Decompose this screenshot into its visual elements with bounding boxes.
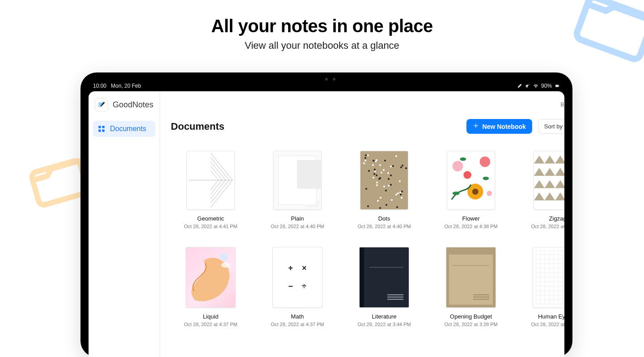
pen-icon: [517, 83, 522, 89]
new-notebook-button[interactable]: New Notebook: [466, 119, 532, 134]
notebook-cover: [360, 151, 408, 210]
math-plus-icon: +: [288, 264, 293, 273]
statusbar-date: Mon, 20 Feb: [111, 83, 141, 89]
status-bar: 10:00 Mon, 20 Feb 90%: [89, 81, 564, 91]
notebook-date: Oct 28, 2022 at 4:38 PM: [444, 224, 497, 229]
svg-rect-5: [98, 126, 101, 128]
brand: GoodNotes: [89, 91, 160, 118]
notebook-title: Math: [291, 313, 304, 320]
notebooks-grid: Geometric Oct 28, 2022 at 4:41 PM Plain …: [171, 151, 564, 327]
app-logo-icon: [95, 98, 108, 111]
notebook-title: Literature: [372, 313, 397, 320]
math-divide-icon: ÷: [302, 282, 307, 291]
notebook-date: Oct 28, 2022 at 4:37 PM: [184, 322, 237, 327]
notebook-cover: [534, 151, 564, 210]
hero-title: All your notes in one place: [0, 16, 644, 36]
notebook-cover: [533, 247, 564, 308]
svg-point-15: [453, 191, 460, 195]
svg-rect-8: [102, 130, 105, 132]
battery-icon: [555, 83, 560, 89]
notebook-cover: + × − ÷: [272, 247, 322, 308]
svg-point-18: [487, 191, 492, 196]
svg-point-16: [483, 177, 489, 180]
notebook-cover: [446, 247, 496, 308]
notebook-card[interactable]: Geometric Oct 28, 2022 at 4:41 PM: [177, 151, 244, 229]
notebook-date: Oct 28, 2022 at 4:38 PM: [531, 224, 564, 229]
notebook-date: Oct 28, 2022 at 4:41 PM: [184, 224, 237, 229]
notebook-cover: [273, 151, 322, 210]
sidebar: GoodNotes Documents: [89, 91, 160, 357]
notebook-date: Oct 28, 2022 at 2:13 PM: [531, 322, 564, 327]
notebook-card[interactable]: Dots Oct 28, 2022 at 4:40 PM: [351, 151, 418, 229]
hero-subtitle: View all your notebooks at a glance: [0, 40, 644, 51]
notebook-cover: [186, 247, 236, 308]
notebook-title: Liquid: [203, 313, 219, 320]
notebook-title: Flower: [462, 215, 480, 222]
notebook-date: Oct 28, 2022 at 3:28 PM: [444, 322, 497, 327]
main: BETA KL Documents New Notebook Sort by D…: [160, 91, 564, 357]
wifi-icon: [533, 83, 538, 89]
app-window: GoodNotes Documents BETA KL: [89, 91, 564, 357]
grid-icon: [97, 125, 106, 133]
beta-badge: BETA: [561, 102, 564, 108]
topbar: BETA KL: [160, 91, 564, 118]
notebook-cover: [447, 151, 495, 210]
notebook-card[interactable]: Human Eyeball Oct 28, 2022 at 2:13 PM: [524, 247, 564, 327]
notebook-card[interactable]: + × − ÷ Math Oct 28, 2022 at 4:37 PM: [264, 247, 331, 327]
notebook-date: Oct 28, 2022 at 4:40 PM: [271, 224, 324, 229]
svg-rect-3: [555, 85, 559, 87]
notebook-title: Plain: [291, 215, 304, 222]
statusbar-time: 10:00: [93, 83, 106, 89]
notebook-cover: [186, 151, 235, 210]
sidebar-item-label: Documents: [110, 125, 146, 133]
notebook-date: Oct 28, 2022 at 4:37 PM: [271, 322, 324, 327]
notebook-title: Opening Budget: [450, 313, 492, 320]
notebook-card[interactable]: Plain Oct 28, 2022 at 4:40 PM: [264, 151, 331, 229]
page-title: Documents: [171, 121, 225, 132]
notebook-title: Geometric: [197, 215, 224, 222]
notebook-card[interactable]: Zigzag Oct 28, 2022 at 4:38 PM: [524, 151, 564, 229]
sidebar-item-documents[interactable]: Documents: [93, 121, 155, 137]
sort-label: Sort by Date: [544, 123, 564, 130]
app-name: GoodNotes: [113, 100, 153, 110]
notebook-title: Zigzag: [549, 215, 564, 222]
notebook-card[interactable]: Liquid Oct 28, 2022 at 4:37 PM: [177, 247, 244, 327]
notebook-title: Dots: [378, 215, 390, 222]
svg-rect-7: [98, 130, 101, 132]
mute-icon: [525, 83, 530, 89]
math-times-icon: ×: [302, 264, 307, 273]
notebook-cover: [359, 247, 409, 308]
svg-rect-6: [102, 126, 105, 128]
svg-point-14: [463, 171, 471, 179]
svg-point-20: [220, 254, 228, 261]
math-minus-icon: −: [288, 282, 293, 291]
new-notebook-label: New Notebook: [483, 123, 526, 130]
svg-point-12: [480, 157, 491, 167]
notebook-card[interactable]: Literature Oct 28, 2022 at 3:44 PM: [351, 247, 418, 327]
notebook-title: Human Eyeball: [538, 313, 564, 320]
svg-point-21: [221, 262, 230, 268]
sort-dropdown[interactable]: Sort by Date: [538, 119, 564, 134]
svg-rect-4: [559, 85, 559, 86]
notebook-date: Oct 28, 2022 at 4:40 PM: [357, 224, 411, 229]
svg-point-11: [472, 188, 479, 195]
svg-point-17: [460, 157, 466, 161]
notebook-date: Oct 28, 2022 at 3:44 PM: [357, 322, 411, 327]
plus-icon: [473, 123, 479, 130]
notebook-card[interactable]: Flower Oct 28, 2022 at 4:38 PM: [437, 151, 504, 229]
svg-point-13: [453, 161, 463, 172]
statusbar-battery: 90%: [541, 83, 552, 89]
notebook-card[interactable]: Opening Budget Oct 28, 2022 at 3:28 PM: [437, 247, 504, 327]
tablet-frame: 10:00 Mon, 20 Feb 90% GoodNotes: [80, 72, 572, 357]
